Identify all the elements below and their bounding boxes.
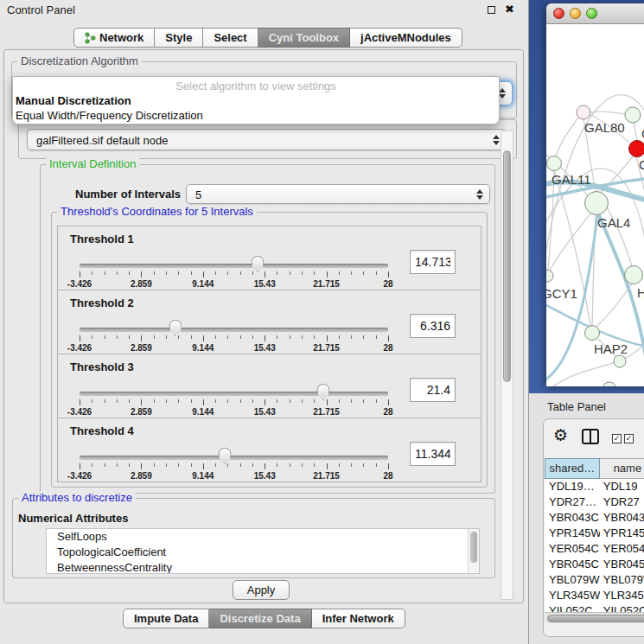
threshold-slider[interactable]: -3.4262.8599.14415.4321.71528 [80, 444, 388, 481]
network-node-cy[interactable] [629, 141, 644, 157]
slider-thumb[interactable] [169, 320, 182, 336]
scrollbar-thumb[interactable] [547, 615, 644, 622]
number-of-intervals-combobox[interactable]: 5 [186, 184, 490, 204]
slider-thumb[interactable] [252, 256, 265, 272]
threshold-value-field[interactable] [410, 378, 456, 402]
attribute-item[interactable]: TopologicalCoefficient [47, 545, 479, 560]
tab-discretize-data[interactable]: Discretize Data [209, 609, 311, 628]
threshold-slider[interactable]: -3.4262.8599.14415.4321.71528 [80, 252, 388, 289]
threshold-value-field[interactable] [410, 314, 456, 338]
numerical-attributes-list[interactable]: SelfLoopsTopologicalCoefficientBetweenne… [46, 528, 480, 574]
threshold-value-field[interactable] [410, 250, 456, 274]
column-header-shared-name[interactable]: shared… [545, 458, 600, 479]
tick-mark [302, 335, 303, 339]
float-window-icon[interactable] [488, 6, 495, 14]
close-icon[interactable]: ✖ [505, 3, 514, 16]
tick-mark [191, 399, 192, 403]
select-all-checkbox-icon[interactable]: ✓ [624, 434, 634, 443]
slider-thumb[interactable] [218, 448, 231, 464]
tick-mark [191, 271, 192, 275]
table-row[interactable]: YER054CYER054C [545, 541, 644, 557]
slider-thumb[interactable] [317, 384, 330, 400]
gear-icon[interactable]: ⚙ [553, 427, 568, 443]
network-node-hap2[interactable] [585, 326, 600, 341]
zoom-traffic-light[interactable] [586, 8, 597, 19]
table-row[interactable]: YBL079WYBL079W [545, 572, 644, 588]
table-panel-title: Table Panel [547, 400, 606, 413]
slider-track[interactable] [80, 456, 388, 460]
minimize-traffic-light[interactable] [570, 8, 581, 19]
apply-button[interactable]: Apply [233, 580, 290, 600]
tick-mark [178, 271, 179, 275]
network-node-gal4[interactable] [585, 192, 609, 215]
table-row[interactable]: YIL052CYIL052C [545, 603, 644, 612]
threshold-slider[interactable]: -3.4262.8599.14415.4321.71528 [80, 380, 388, 417]
tick-mark [327, 271, 328, 277]
tick-mark [327, 399, 328, 405]
table-row[interactable]: YPR145WYPR145W [545, 526, 644, 541]
network-node-gal80[interactable] [577, 105, 590, 119]
table-row[interactable]: YDR27…YDR27 [545, 494, 644, 510]
table-row[interactable]: YLR345WYLR345W [545, 588, 644, 603]
algorithm-dropdown-popup: Select algorithm to view settings Manual… [12, 76, 500, 124]
tab-jactivemnodules[interactable]: jActiveMNodules [350, 28, 462, 48]
column-header-name[interactable]: name [600, 458, 644, 479]
group-title: Threshold's Coordinates for 5 Intervals [57, 205, 257, 218]
tab-impute-data[interactable]: Impute Data [123, 609, 209, 628]
dropdown-option-manual-discretization[interactable]: Manual Discretization [16, 94, 131, 107]
network-node-ga[interactable] [625, 107, 641, 123]
slider-track[interactable] [80, 392, 388, 396]
column-layout-icon[interactable] [582, 429, 599, 444]
attribute-item[interactable]: BetweennessCentrality [47, 560, 479, 574]
table-row[interactable]: YBR043CYBR043C [545, 510, 644, 526]
tick-mark [363, 399, 364, 403]
list-vertical-scrollbar[interactable] [468, 529, 479, 573]
network-window: GAL80GACYGAL11GAL4GCY1HHAP2 [546, 3, 644, 386]
tick-mark [363, 271, 364, 275]
network-node[interactable] [603, 382, 616, 386]
slider-track[interactable] [80, 264, 388, 268]
attribute-item[interactable]: SelfLoops [47, 529, 479, 545]
table-horizontal-scrollbar[interactable] [545, 612, 644, 623]
network-node-gcy1[interactable] [546, 270, 553, 282]
scrollbar-thumb[interactable] [503, 150, 511, 382]
combo-stepper-icon [476, 189, 483, 200]
table-data-combobox[interactable]: galFiltered.sif default node [27, 129, 507, 150]
combo-stepper-icon [499, 88, 506, 99]
tick-label: 2.859 [131, 471, 152, 481]
tab-network[interactable]: Network [73, 28, 155, 48]
tick-mark [117, 463, 118, 467]
tick-mark [105, 399, 105, 403]
threshold-label: Threshold 1 [70, 233, 134, 245]
tick-mark [388, 399, 389, 405]
tab-select[interactable]: Select [203, 28, 258, 48]
tab-label: Network [99, 29, 143, 47]
panel-vertical-scrollbar[interactable] [501, 131, 513, 600]
tab-cyni-toolbox[interactable]: Cyni Toolbox [258, 28, 350, 48]
slider-track[interactable] [80, 328, 388, 332]
network-node[interactable] [614, 355, 626, 367]
dropdown-option-equal-width-frequency[interactable]: Equal Width/Frequency Discretization [16, 109, 203, 122]
close-traffic-light[interactable] [553, 8, 564, 19]
table-row[interactable]: YBR045CYBR045C [545, 557, 644, 572]
select-all-checkbox-icon[interactable]: ✓ [612, 434, 622, 443]
cyni-toolbox-panel: Discretization Algorithm Select algorith… [3, 49, 524, 603]
scrollbar-thumb[interactable] [470, 532, 477, 563]
network-canvas[interactable]: GAL80GACYGAL11GAL4GCY1HHAP2 [546, 24, 644, 386]
cell-shared-name: YDR27… [545, 494, 600, 510]
threshold-value-field[interactable] [410, 442, 456, 466]
network-graph: GAL80GACYGAL11GAL4GCY1HHAP2 [546, 24, 644, 386]
tick-mark [227, 399, 228, 403]
tab-infer-network[interactable]: Infer Network [312, 609, 405, 628]
tab-label: Cyni Toolbox [269, 29, 339, 47]
combo-stepper-icon [493, 135, 500, 145]
network-window-titlebar[interactable] [546, 3, 644, 24]
tab-style[interactable]: Style [155, 28, 203, 48]
tick-mark [277, 399, 277, 403]
network-node-gal11[interactable] [547, 156, 562, 171]
threshold-slider[interactable]: -3.4262.8599.14415.4321.71528 [80, 316, 388, 353]
table-row[interactable]: YDL19…YDL19 [545, 479, 644, 494]
tick-label: 28 [383, 279, 392, 289]
network-node-h[interactable] [625, 266, 643, 284]
cell-shared-name: YBR045C [545, 557, 600, 572]
